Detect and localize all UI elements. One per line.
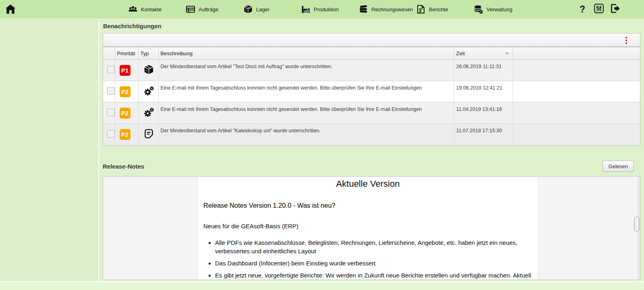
priority-badge: P1 [120,65,130,76]
nav-item-aufträge[interactable]: Aufträge [186,0,243,19]
sort-arrow-icon [505,52,509,55]
page-body: Benachrichtigungen Priorität [0,19,644,281]
release-note-bullet: Es gibt jetzt neue, vorgefertigte Berich… [215,271,532,280]
notification-row[interactable]: P2 Eine E-mail mit Ihrem Tagesabschluss … [103,81,640,102]
table-header-row: Priorität Typ Beschreibung Zeit [103,47,640,60]
top-navigation-bar: Kontakte Aufträge Lager Produktion Rechn… [0,0,644,19]
notification-description: Eine E-mail mit Ihrem Tagesabschluss kon… [158,81,454,102]
home-button[interactable] [5,4,16,15]
help-button[interactable]: ? [577,4,588,15]
column-header-description[interactable]: Beschreibung [158,47,454,60]
question-mark-icon: ? [580,5,585,14]
column-header-time[interactable]: Zeit [454,47,513,60]
left-panel [0,19,99,281]
release-notes-right-gutter [537,177,633,280]
column-header-type[interactable]: Typ [138,47,158,60]
books-icon [358,4,368,14]
release-notes-subheading: Release Notes Version 1.20.0 - Was ist n… [203,202,532,209]
notifications-tbody: P1 Der Mindestbestand vom Artikel "Test … [103,60,640,145]
notification-description: Der Mindestbestand vom Artikel "Test Dis… [158,60,454,81]
release-notes-intro: Neues für die GEAsoft-Basis (ERP) [203,223,532,229]
row-checkbox[interactable] [107,66,115,73]
logout-button[interactable] [610,4,621,15]
notification-time: 19.06.2019 12:41:21 [454,81,513,102]
scrollbar-thumb[interactable] [634,217,639,232]
release-note-bullet: Das Dashboard (Infocenter) beim Einstieg… [215,259,532,267]
people-icon [128,4,138,14]
nav-item-rechnungswesen[interactable]: Rechnungswesen [358,0,416,19]
main-nav: Kontakte Aufträge Lager Produktion Rechn… [128,0,531,19]
priority-badge: P2 [120,108,130,119]
orders-icon [186,4,195,14]
notification-row[interactable]: P2 Eine E-mail mit Ihrem Tagesabschluss … [103,102,640,124]
topbar-right-actions: ? [577,0,621,19]
notification-time: 26.06.2019 11:11:31 [454,60,513,81]
package-icon [243,4,253,14]
factory-icon [301,4,311,14]
priority-badge: P2 [120,86,130,97]
priority-badge: P2 [120,129,130,140]
notifications-panel: Priorität Typ Beschreibung Zeit P1 Der M… [103,33,640,146]
release-notes-heading: Aktuelle Version [203,179,532,189]
nav-item-label: Lager [256,6,269,13]
release-notes-left-gutter [103,177,198,280]
notifications-toolbar [103,33,640,47]
kebab-menu-icon [625,37,627,38]
notification-extra-cell [513,102,640,124]
notification-description: Eine E-mail mit Ihrem Tagesabschluss kon… [158,102,454,124]
release-notes-header: Release-Notes Gelesen [103,161,640,172]
footer-bar [0,281,644,290]
row-checkbox[interactable] [107,87,115,95]
nav-item-label: Produktion [314,6,339,13]
kebab-menu-button[interactable] [621,35,631,45]
notification-extra-cell [513,60,640,81]
row-checkbox[interactable] [107,130,115,138]
column-header-select [103,47,115,60]
settings-sliders-button[interactable] [594,4,604,15]
release-note-bullet: Alle PDFs wie Kassenabschlüsse, Beleglis… [215,238,532,255]
gears-icon [143,86,154,96]
gelesen-button[interactable]: Gelesen [603,161,634,172]
sliders-icon [594,3,604,15]
nav-item-kontakte[interactable]: Kontakte [128,0,186,19]
column-header-extra [513,47,640,60]
notification-extra-cell [513,81,640,102]
nav-item-berichte[interactable]: Berichte [416,0,474,19]
nav-item-label: Kontakte [141,6,162,13]
nav-item-label: Rechnungswesen [371,6,413,13]
report-icon [416,4,426,14]
note-icon [143,128,154,139]
release-notes-bullet-list: Alle PDFs wie Kassenabschlüsse, Beleglis… [203,238,532,280]
notification-time: 11.07.2018 17:15:30 [454,124,513,145]
notification-extra-cell [513,124,640,145]
notification-description: Der Mindestbestand vom Artikel "Kaleidos… [158,124,454,145]
release-notes-scrollbar[interactable] [633,177,640,280]
gears-icon [143,107,154,118]
release-notes-content: Aktuelle Version Release Notes Version 1… [198,177,537,280]
nav-item-verwaltung[interactable]: Verwaltung [474,0,531,19]
nav-item-lager[interactable]: Lager [243,0,301,19]
nav-item-label: Berichte [429,6,448,13]
notifications-title: Benachrichtigungen [103,19,640,33]
home-icon [5,9,16,16]
nav-item-label: Verwaltung [487,6,512,13]
nav-item-produktion[interactable]: Produktion [301,0,358,19]
nav-item-label: Aufträge [199,6,218,13]
database-gear-icon [474,4,483,14]
notification-row[interactable]: P2 Der Mindestbestand vom Artikel "Kalei… [103,124,640,145]
release-notes-panel: Aktuelle Version Release Notes Version 1… [103,176,640,280]
main-content: Benachrichtigungen Priorität [99,19,644,281]
logout-icon [610,3,621,15]
package-icon [143,64,154,75]
notification-time: 11.04.2019 13:41:16 [454,102,513,124]
notification-row[interactable]: P1 Der Mindestbestand vom Artikel "Test … [103,60,640,81]
row-checkbox[interactable] [107,108,115,116]
release-notes-title: Release-Notes [103,163,144,170]
column-header-priority[interactable]: Priorität [115,47,138,60]
notifications-table: Priorität Typ Beschreibung Zeit P1 Der M… [103,47,640,145]
